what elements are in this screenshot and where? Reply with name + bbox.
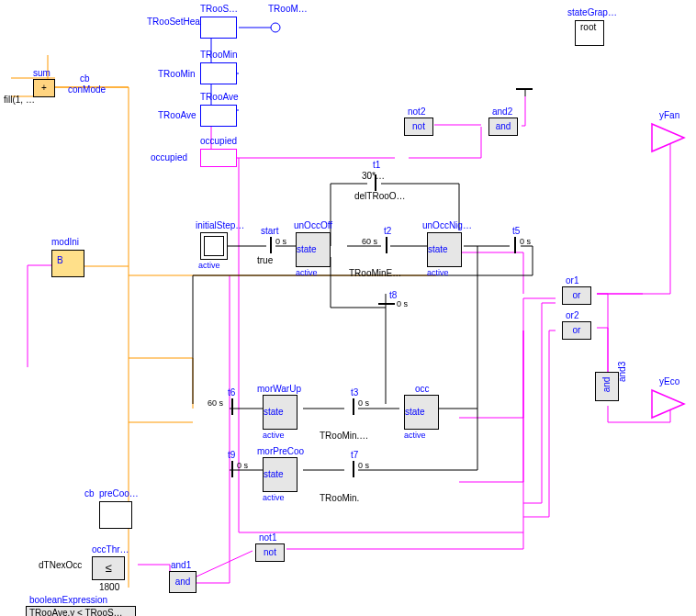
label-occthr: occThr… — [92, 544, 129, 554]
label-t9-time: 0 s — [237, 461, 248, 470]
block-troos[interactable] — [200, 17, 237, 39]
label-true: true — [257, 255, 273, 265]
label-yfan: yFan — [659, 110, 679, 120]
label-conmode: conMode — [68, 84, 106, 95]
label-unoccnig: unOccNig… — [422, 220, 472, 230]
label-t8-time: 0 s — [397, 299, 408, 308]
label-start: start — [261, 226, 278, 236]
label-occupied-top: occupied — [200, 136, 237, 146]
transition-t4[interactable] — [516, 88, 533, 90]
label-troomine: TRooMinE… — [349, 268, 401, 278]
label-deltroo: delTRooO… — [354, 191, 406, 201]
block-and1[interactable]: and — [169, 571, 196, 593]
label-morprecoo: morPreCoo — [257, 446, 304, 456]
label-t9: t9 — [228, 450, 235, 460]
block-trooave[interactable] — [200, 105, 237, 127]
transition-t2[interactable] — [386, 237, 387, 253]
label-troomin3: TRooMin.… — [320, 431, 368, 441]
block-or1[interactable]: or — [562, 286, 591, 305]
label-b: B — [57, 255, 63, 265]
transition-t8[interactable] — [378, 303, 395, 305]
label-t3: t3 — [351, 387, 358, 398]
label-morwarup: morWarUp — [257, 384, 301, 394]
state-unoccnig[interactable]: state — [427, 232, 462, 267]
label-trooave: TRooAve — [158, 110, 196, 120]
label-t6-time: 60 s — [208, 398, 223, 408]
label-precoo: preCoo… — [99, 488, 139, 498]
transition-t5[interactable] — [514, 237, 516, 253]
label-start-time: 0 s — [275, 237, 286, 246]
label-troomin: TRooMin — [158, 69, 196, 79]
label-not2: not2 — [408, 106, 425, 117]
transition-start[interactable] — [270, 237, 272, 253]
transition-t7[interactable] — [353, 461, 354, 477]
svg-point-2 — [271, 23, 280, 32]
label-t2: t2 — [384, 226, 391, 236]
transition-t3[interactable] — [353, 398, 354, 415]
state-unoccoff[interactable]: state — [296, 232, 331, 267]
label-root: root — [580, 22, 596, 32]
state-morprecoo[interactable]: state — [263, 457, 297, 492]
label-cb: cb — [80, 73, 90, 84]
block-sum[interactable]: + — [33, 79, 55, 97]
label-initialstep-active: active — [198, 261, 220, 270]
label-t1: t1 — [373, 160, 380, 170]
block-precoo[interactable] — [99, 501, 132, 529]
label-troom: TRooM… — [268, 4, 308, 14]
block-troomin[interactable] — [200, 62, 237, 84]
label-morwarup-active: active — [263, 431, 285, 440]
label-yeco: yEco — [659, 376, 679, 386]
label-stategraph: stateGrap… — [567, 7, 617, 17]
label-unoccoff: unOccOff — [294, 220, 332, 230]
label-occupied: occupied — [151, 152, 187, 162]
block-initialstep[interactable] — [200, 232, 228, 260]
label-troomin-top: TRooMin — [200, 50, 238, 60]
state-occ[interactable]: state — [404, 395, 439, 430]
label-t1-val: 30*… — [362, 171, 385, 181]
block-and2[interactable]: and — [488, 118, 518, 136]
label-occ-active: active — [404, 431, 426, 440]
label-t5-time: 0 s — [520, 237, 531, 246]
svg-marker-1 — [652, 390, 684, 418]
block-and3[interactable]: and — [595, 372, 619, 401]
label-t5: t5 — [512, 226, 520, 236]
label-fill: fill(1, … — [4, 95, 35, 105]
transition-t9[interactable] — [231, 461, 233, 477]
label-cb2: cb — [84, 488, 95, 498]
block-or2[interactable]: or — [562, 321, 591, 340]
block-occupied[interactable] — [200, 149, 237, 167]
block-boolexpr[interactable]: TRooAve.y < TRooS… — [26, 606, 136, 616]
label-sum: sum — [33, 68, 51, 78]
label-and1: and1 — [171, 560, 191, 570]
svg-marker-0 — [652, 124, 684, 151]
label-trooave-top: TRooAve — [200, 92, 239, 102]
label-dtnexocc: dTNexOcc — [39, 560, 82, 570]
label-t2-time: 60 s — [362, 237, 377, 246]
label-unoccoff-active: active — [296, 268, 318, 277]
block-not2[interactable]: not — [404, 118, 433, 136]
label-or1: or1 — [566, 275, 578, 286]
label-troomin7: TRooMin. — [320, 493, 359, 503]
label-troos: TRooS… — [200, 4, 238, 14]
label-leval: 1800 — [99, 582, 119, 592]
label-initialstep: initialStep… — [196, 220, 244, 230]
label-unoccnig-active: active — [427, 268, 449, 277]
state-morwarup[interactable]: state — [263, 395, 297, 430]
label-t7: t7 — [351, 450, 358, 460]
label-t6: t6 — [228, 387, 235, 398]
label-modini: modIni — [51, 237, 79, 247]
block-le[interactable]: ≤ — [92, 556, 125, 580]
label-and2: and2 — [492, 106, 512, 117]
transition-t6[interactable] — [231, 398, 233, 415]
block-not1[interactable]: not — [255, 543, 285, 562]
label-or2: or2 — [566, 310, 578, 320]
label-t7-time: 0 s — [358, 461, 369, 470]
label-boolexpr-title: booleanExpression — [29, 595, 107, 605]
label-troosethea: TRooSetHea — [147, 17, 200, 27]
label-not1: not1 — [259, 532, 276, 543]
label-t3-time: 0 s — [358, 398, 369, 408]
label-morprecoo-active: active — [263, 493, 285, 502]
label-occ: occ — [415, 384, 430, 394]
